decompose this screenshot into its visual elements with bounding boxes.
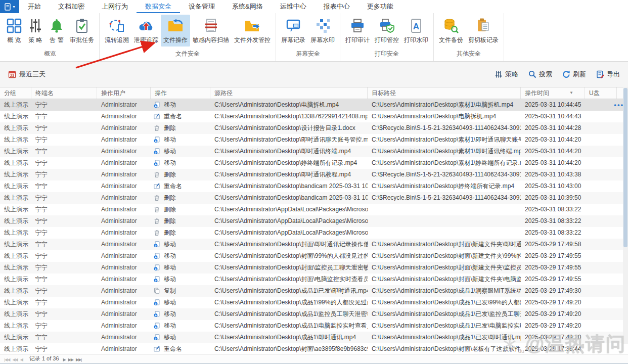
table-row[interactable]: 线上演示宁宁Administrator移动C:\Users\Administra… xyxy=(0,146,628,157)
column-header[interactable]: 操作 xyxy=(151,87,210,99)
ribbon-button-approval-tasks[interactable]: 审批任务 xyxy=(67,15,97,47)
ribbon-button-alert[interactable]: 告 警 xyxy=(46,15,67,47)
cell-group: 线上演示 xyxy=(0,308,31,320)
column-header[interactable]: 目标路径 xyxy=(368,87,521,99)
cell-time: 2025-03-29 17:49:30 xyxy=(521,285,585,297)
ribbon-button-outgoing-control[interactable]: 文件外发管控 xyxy=(232,15,273,47)
ribbon-button-file-backup[interactable]: 文件备份 xyxy=(436,15,466,47)
app-menu-button[interactable]: ▾ xyxy=(0,0,19,13)
cell-group: 线上演示 xyxy=(0,204,31,215)
nav-next-button[interactable]: ▶ xyxy=(63,357,66,362)
column-header[interactable]: 源路径 xyxy=(210,87,368,99)
table-row[interactable]: 线上演示宁宁Administrator移动C:\Users\Administra… xyxy=(0,297,628,308)
cell-group: 线上演示 xyxy=(0,274,31,285)
table-row[interactable]: 线上演示宁宁Administrator移动C:\Users\Administra… xyxy=(0,157,628,169)
ribbon-button-overview[interactable]: 概 览 xyxy=(4,15,25,47)
sort-arrow-icon[interactable]: ▼ xyxy=(569,87,580,99)
nav-prev-button[interactable]: ◀ xyxy=(20,357,23,362)
ribbon-button-file-operations[interactable]: 文件操作 xyxy=(161,15,190,47)
cell-source-path: C:\Users\Administrator\Desktop\封面\电脑监控实时… xyxy=(210,274,368,285)
menu-tab-data-security[interactable]: 数据安全 xyxy=(137,0,180,13)
menu-tab-home[interactable]: 开始 xyxy=(19,0,50,13)
menu-tab-report-center[interactable]: 报表中心 xyxy=(315,0,358,13)
cell-user: Administrator xyxy=(97,239,151,250)
cell-terminal: 宁宁 xyxy=(31,111,97,122)
delete-icon xyxy=(154,230,161,237)
ribbon-button-label: 策 略 xyxy=(28,36,42,44)
menu-tab-doc-encrypt[interactable]: 文档加密 xyxy=(50,0,93,13)
cell-target-path xyxy=(368,227,521,239)
ribbon-button-flow-trace[interactable]: 流转追溯 xyxy=(102,15,131,47)
export-button[interactable]: 导出 xyxy=(596,70,620,79)
column-header[interactable]: 操作用户 xyxy=(97,87,151,99)
table-row[interactable]: 线上演示宁宁Administrator移动C:\Users\Administra… xyxy=(0,99,628,111)
scrollbar-thumb[interactable] xyxy=(623,88,627,247)
table-row[interactable]: 线上演示宁宁Administrator删除C:\Users\Administra… xyxy=(0,227,628,239)
table-row[interactable]: 线上演示宁宁Administrator删除C:\Users\Administra… xyxy=(0,204,628,215)
cell-group: 线上演示 xyxy=(0,146,31,157)
ribbon-button-label: 打印水印 xyxy=(404,36,428,44)
ribbon-button-print-control[interactable]: 打印管控 xyxy=(372,15,401,47)
cell-operation: 删除 xyxy=(151,122,210,134)
nav-last-button[interactable]: ▶▶| xyxy=(76,357,81,362)
table-row[interactable]: 线上演示宁宁Administrator删除C:\Users\Administra… xyxy=(0,169,628,180)
cell-usb xyxy=(585,227,617,239)
cell-operation: 移动 xyxy=(151,146,210,157)
table-row[interactable]: 线上演示宁宁Administrator移动C:\Users\Administra… xyxy=(0,262,628,274)
table-row[interactable]: 线上演示宁宁Administrator复制C:\Users\Administra… xyxy=(0,285,628,297)
menu-tab-device-mgmt[interactable]: 设备管理 xyxy=(180,0,223,13)
column-header[interactable]: U盘 xyxy=(585,87,617,99)
menu-tab-system-network[interactable]: 系统&网络 xyxy=(223,0,272,13)
table-row[interactable]: 线上演示宁宁Administrator移动C:\Users\Administra… xyxy=(0,239,628,250)
refresh-icon xyxy=(562,70,570,78)
table-row[interactable]: 线上演示宁宁Administrator移动C:\Users\Administra… xyxy=(0,134,628,146)
refresh-button[interactable]: 刷新 xyxy=(562,70,586,79)
cell-group: 线上演示 xyxy=(0,99,31,111)
table-row[interactable]: 线上演示宁宁Administrator重命名C:\Users\Administr… xyxy=(0,343,628,355)
cell-operation: 重命名 xyxy=(151,180,210,192)
policy-button[interactable]: 策略 xyxy=(495,70,518,79)
table-row[interactable]: 线上演示宁宁Administrator重命名C:\Users\Administr… xyxy=(0,180,628,192)
ribbon-button-policy[interactable]: 策 略 xyxy=(25,15,46,47)
table-row[interactable]: 线上演示宁宁Administrator删除C:\Users\Administra… xyxy=(0,215,628,227)
nav-prev-page-button[interactable]: ◀◀ xyxy=(12,357,17,362)
ribbon-button-leak-track[interactable]: 泄密追踪 xyxy=(131,15,161,47)
table-row[interactable]: 线上演示宁宁Administrator移动C:\Users\Administra… xyxy=(0,250,628,262)
cell-target-path: C:\Users\Administrator\Desktop\封面\老板有了这款… xyxy=(368,343,521,355)
cell-usb xyxy=(585,239,617,250)
app-window: ▾ 开始文档加密上网行为数据安全设备管理系统&网络运维中心报表中心更多功能 概 … xyxy=(0,0,628,364)
menu-tab-web-behavior[interactable]: 上网行为 xyxy=(93,0,137,13)
ribbon-button-label: 屏幕水印 xyxy=(310,36,335,44)
table-row[interactable]: 线上演示宁宁Administrator重命名C:\Users\Administr… xyxy=(0,111,628,122)
ribbon-button-print-audit[interactable]: 打印审计 xyxy=(343,15,372,47)
column-header[interactable]: 操作时间▼ xyxy=(521,87,585,99)
ribbon-button-screen-watermark[interactable]: 屏幕水印 xyxy=(308,15,337,47)
ribbon-group-label: 打印安全 xyxy=(343,47,431,61)
table-row[interactable]: 线上演示宁宁Administrator移动C:\Users\Administra… xyxy=(0,320,628,332)
refresh-label: 刷新 xyxy=(573,70,586,79)
cell-user: Administrator xyxy=(97,285,151,297)
date-range-filter[interactable]: 23 最近三天 xyxy=(8,70,46,79)
cell-group: 线上演示 xyxy=(0,332,31,343)
cell-group: 线上演示 xyxy=(0,285,31,297)
doc-scan-icon xyxy=(203,18,219,34)
nav-next-page-button[interactable]: ▶▶ xyxy=(68,357,73,362)
ribbon-button-screen-record[interactable]: 屏幕记录 xyxy=(279,15,308,47)
table-row[interactable]: 线上演示宁宁Administrator删除C:\Users\Administra… xyxy=(0,192,628,204)
column-header[interactable]: 分组 xyxy=(0,87,31,99)
cell-operation: 移动 xyxy=(151,262,210,274)
table-row[interactable]: 线上演示宁宁Administrator移动C:\Users\Administra… xyxy=(0,274,628,285)
ribbon-button-print-watermark[interactable]: A打印水印 xyxy=(401,15,431,47)
ribbon-button-content-scan[interactable]: 敏感内容扫描 xyxy=(190,15,232,47)
nav-first-button[interactable]: |◀◀ xyxy=(4,357,10,362)
ribbon-button-clipboard-record[interactable]: 剪切板记录 xyxy=(466,15,501,47)
menu-tab-more-features[interactable]: 更多功能 xyxy=(358,0,402,13)
menu-tab-ops-center[interactable]: 运维中心 xyxy=(272,0,315,13)
table-row[interactable]: 线上演示宁宁Administrator移动C:\Users\Administra… xyxy=(0,332,628,343)
cell-source-path: C:\Users\Administrator\Desktop\婷终端所有记录.m… xyxy=(210,157,368,169)
vertical-scrollbar[interactable] xyxy=(623,87,628,344)
table-row[interactable]: 线上演示宁宁Administrator移动C:\Users\Administra… xyxy=(0,308,628,320)
search-button[interactable]: 搜索 xyxy=(528,70,552,79)
column-header[interactable]: 终端名 xyxy=(31,87,97,99)
table-row[interactable]: 线上演示宁宁Administrator删除C:\Users\Administra… xyxy=(0,122,628,134)
